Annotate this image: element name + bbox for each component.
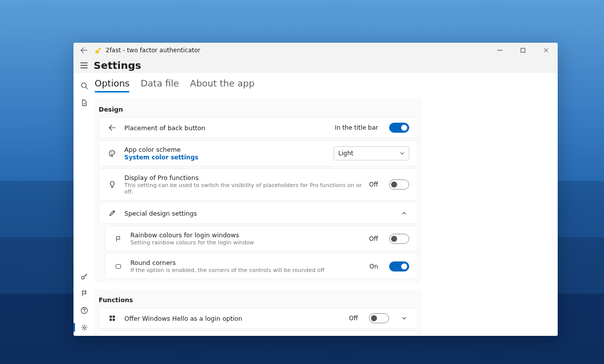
page-title: Settings (93, 59, 141, 71)
row-round-value: On (369, 263, 378, 270)
row-pro-functions: Display of Pro functions This setting ca… (99, 168, 418, 201)
row-rainbow-title: Rainbow colours for login windows (130, 231, 362, 239)
row-hide-keys: Hide keys The generated keys are hidden … (99, 331, 418, 336)
minimize-button[interactable] (488, 43, 511, 58)
close-button[interactable] (535, 43, 558, 58)
nav-search[interactable] (76, 77, 93, 94)
row-pro-functions-desc: This setting can be used to switch the v… (124, 182, 362, 195)
titlebar: 2fast - two factor authenticator (73, 43, 558, 58)
tabs: Options Data file About the app (95, 73, 558, 93)
tab-about[interactable]: About the app (190, 76, 255, 93)
svg-rect-12 (110, 316, 112, 318)
row-windows-hello-title: Offer Windows Hello as a login option (124, 315, 342, 322)
row-windows-hello[interactable]: Offer Windows Hello as a login option Of… (99, 308, 418, 329)
svg-rect-13 (113, 316, 115, 318)
back-button[interactable] (76, 43, 93, 58)
windows-hello-icon (107, 315, 117, 322)
app-icon (95, 46, 103, 54)
toggle-back-button[interactable] (389, 123, 409, 133)
link-system-color-settings[interactable]: System color settings (124, 154, 327, 161)
flag-icon (81, 290, 88, 297)
pencil-icon (107, 209, 117, 217)
select-color-scheme[interactable]: Light (334, 146, 409, 160)
svg-rect-1 (98, 47, 102, 50)
settings-icon (81, 324, 88, 331)
datafile-icon (81, 99, 88, 107)
svg-point-0 (96, 50, 99, 54)
search-icon (81, 82, 88, 89)
nav-toggle-button[interactable] (76, 58, 93, 73)
palette-icon (107, 149, 117, 157)
body: Options Data file About the app Design P… (73, 73, 558, 336)
row-special-design-title: Special design settings (124, 210, 389, 217)
help-icon (81, 307, 88, 314)
hamburger-icon (81, 62, 88, 68)
svg-point-8 (110, 152, 111, 153)
svg-point-9 (111, 151, 112, 152)
maximize-icon (520, 48, 525, 53)
nav-manage[interactable] (76, 267, 93, 285)
tab-datafile[interactable]: Data file (140, 76, 179, 93)
row-back-button-value: In the title bar (335, 124, 378, 131)
app-window: 2fast - two factor authenticator Setting… (73, 43, 558, 336)
row-rainbow-value: Off (369, 235, 378, 242)
group-functions: Functions Offer Windows Hello as a login… (95, 289, 422, 336)
group-design-title: Design (95, 99, 422, 117)
svg-rect-11 (116, 264, 121, 268)
svg-point-6 (84, 312, 84, 312)
toggle-pro-functions[interactable] (389, 179, 409, 190)
group-functions-title: Functions (95, 289, 422, 308)
window-controls (488, 43, 558, 58)
flag-icon (113, 235, 123, 242)
svg-point-10 (113, 152, 114, 153)
svg-rect-2 (521, 48, 525, 52)
nav-datafile[interactable] (76, 94, 93, 111)
tab-options[interactable]: Options (95, 76, 129, 93)
row-rainbow: Rainbow colours for login windows Settin… (105, 226, 418, 251)
arrow-left-icon (107, 124, 117, 132)
row-color-scheme: App color scheme System color settings L… (99, 140, 418, 166)
minimize-icon (497, 48, 502, 53)
nav-help[interactable] (76, 302, 93, 319)
key-icon (81, 272, 88, 280)
row-round-title: Round corners (130, 259, 362, 266)
row-pro-functions-title: Display of Pro functions (124, 174, 362, 181)
nav-rail (73, 73, 95, 336)
row-round-corners: Round corners If the option is enabled, … (105, 253, 418, 279)
lightbulb-icon (107, 180, 117, 189)
row-round-desc: If the option is enabled, the corners of… (130, 267, 362, 274)
row-pro-functions-value: Off (369, 181, 378, 188)
nav-settings[interactable] (76, 319, 93, 336)
row-rainbow-desc: Setting rainbow colours for the login wi… (130, 239, 362, 246)
row-special-design[interactable]: Special design settings (99, 203, 418, 224)
chevron-up-icon (399, 208, 409, 218)
headerbar: Settings (73, 58, 558, 73)
select-color-scheme-value: Light (338, 150, 353, 157)
svg-point-7 (83, 326, 85, 328)
toggle-rainbow[interactable] (389, 234, 409, 244)
content[interactable]: Options Data file About the app Design P… (95, 73, 558, 336)
svg-rect-15 (113, 319, 115, 321)
nav-feedback[interactable] (76, 285, 93, 302)
svg-point-3 (81, 82, 86, 87)
row-windows-hello-value: Off (349, 315, 358, 322)
svg-rect-14 (110, 319, 112, 321)
row-back-button-title: Placement of back button (124, 124, 328, 132)
close-icon (544, 48, 549, 53)
toggle-round-corners[interactable] (389, 261, 409, 271)
rounded-rect-icon (113, 263, 123, 270)
app-name: 2fast - two factor authenticator (106, 47, 200, 54)
maximize-button[interactable] (511, 43, 535, 58)
options-panel: Design Placement of back button In the t… (95, 99, 422, 336)
row-back-button: Placement of back button In the title ba… (99, 117, 418, 138)
chevron-down-icon (400, 151, 405, 156)
arrow-left-icon (81, 47, 88, 54)
toggle-windows-hello[interactable] (369, 313, 389, 323)
chevron-down-icon (399, 313, 409, 323)
row-color-scheme-title: App color scheme (124, 146, 327, 153)
group-design: Design Placement of back button In the t… (95, 99, 422, 283)
